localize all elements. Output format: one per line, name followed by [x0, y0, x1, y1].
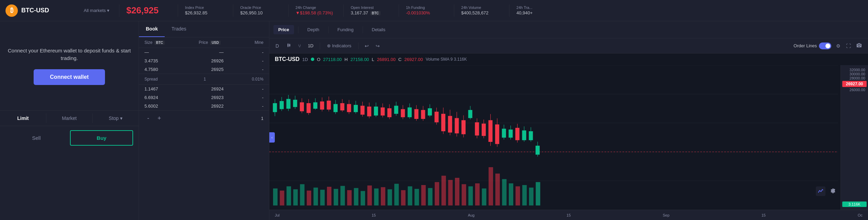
tab-stop-chevron-icon: ▾ — [120, 115, 122, 121]
chart-tab-divider-1 — [298, 26, 298, 33]
tradingview-logo — [816, 186, 825, 196]
book-trades-tabs: Book Trades — [139, 21, 269, 37]
order-lines-switch[interactable] — [819, 42, 831, 49]
svg-rect-29 — [388, 189, 392, 205]
svg-rect-38 — [448, 180, 453, 205]
markets-label: All markets — [84, 8, 106, 13]
stat-trades-label: 24h Tra... — [516, 5, 558, 10]
tab-funding[interactable]: Funding — [333, 25, 359, 34]
time-15c: 15 — [762, 213, 766, 217]
sell-button[interactable]: Sell — [5, 130, 67, 146]
stat-24h-change: 24h Change ▼$198.58 (0.73%) — [295, 5, 337, 15]
divider-7 — [454, 4, 454, 17]
ohlc-close-label: C — [398, 57, 401, 62]
chart-fullscreen-button[interactable]: ⛶ — [844, 42, 853, 50]
svg-rect-15 — [293, 189, 298, 205]
stat-24h-volume: 24h Volume $400,528,672 — [461, 5, 502, 15]
chart-settings-button[interactable]: ⚙ — [834, 42, 843, 50]
stat-volume-label: 24h Volume — [461, 5, 502, 10]
main-layout: Connect your Ethereum wallet to deposit … — [0, 21, 868, 220]
bid-row-2: 6.6924 26923 - — [139, 93, 269, 102]
divider-5 — [343, 4, 344, 17]
tab-details[interactable]: Details — [367, 25, 390, 34]
svg-rect-3 — [289, 44, 290, 46]
svg-rect-32 — [408, 186, 412, 206]
svg-rect-18 — [314, 187, 318, 205]
svg-rect-25 — [361, 191, 365, 205]
svg-rect-23 — [347, 190, 352, 206]
markets-chevron-icon: ▾ — [107, 8, 109, 13]
time-jul: Jul — [275, 213, 280, 217]
svg-rect-31 — [401, 190, 406, 206]
ask-row-2: 3.4735 26926 - — [139, 57, 269, 65]
btc-icon: ₿ — [5, 4, 18, 17]
chart-bottom-right-area — [816, 186, 837, 196]
price-32000: 32000.00 — [842, 68, 867, 72]
undo-button[interactable]: ↩ — [363, 42, 371, 50]
indicators-button[interactable]: ⊕ Indicators — [324, 42, 354, 50]
svg-rect-37 — [442, 176, 446, 206]
ask-price-1: — — [184, 50, 224, 55]
current-price-indicator: 26927.00 — [842, 81, 867, 87]
book-increment-button[interactable]: + — [155, 113, 164, 123]
chart-fork-icon[interactable]: ⑂ — [296, 42, 303, 50]
svg-rect-0 — [288, 44, 289, 47]
svg-rect-45 — [495, 174, 500, 206]
indicators-label: Indicators — [332, 43, 351, 48]
tab-price[interactable]: Price — [273, 25, 294, 34]
divider-3 — [233, 4, 233, 17]
chart-period-selector[interactable]: 1D — [306, 42, 316, 50]
svg-rect-27 — [374, 188, 378, 206]
svg-rect-47 — [509, 183, 513, 206]
ohlc-open-label: O — [317, 57, 320, 62]
svg-rect-41 — [468, 186, 473, 206]
spread-label: Spread — [144, 77, 158, 82]
stat-oi-label: Open Interest — [351, 5, 392, 10]
svg-rect-2 — [288, 47, 288, 47]
markets-selector[interactable]: All markets ▾ — [81, 7, 112, 14]
spread-row: Spread 1 0.01% — [139, 74, 269, 85]
order-lines-toggle: Order Lines — [794, 42, 831, 49]
svg-rect-30 — [394, 184, 399, 205]
ask-row-3: 4.7580 26925 - — [139, 65, 269, 74]
chart-draw-icon[interactable]: D — [273, 42, 281, 50]
chart-tab-bar: Price Depth Funding Details — [269, 21, 868, 38]
latest-vol-bar — [536, 182, 540, 205]
book-decrement-button[interactable]: - — [144, 113, 152, 123]
ask-size-1: — — [144, 50, 184, 55]
tab-limit[interactable]: Limit — [0, 111, 46, 126]
chart-scroll-arrow[interactable]: ‹ — [269, 132, 275, 143]
col-price: Price USD — [199, 40, 221, 45]
svg-rect-48 — [516, 186, 520, 206]
svg-rect-12 — [273, 188, 278, 206]
svg-rect-26 — [367, 185, 372, 205]
connect-wallet-button[interactable]: Connect wallet — [34, 69, 105, 85]
bid-mine-2: - — [224, 95, 264, 100]
chart-camera-button[interactable] — [854, 41, 864, 50]
redo-button[interactable]: ↪ — [374, 42, 382, 50]
tab-depth[interactable]: Depth — [303, 25, 324, 34]
bid-size-2: 6.6924 — [144, 95, 184, 100]
stat-index-value: $26,932.85 — [185, 10, 226, 15]
stat-funding-value: -0.001030% — [406, 10, 447, 15]
tab-trades[interactable]: Trades — [165, 21, 193, 37]
left-panel: Connect your Ethereum wallet to deposit … — [0, 21, 139, 220]
chart-canvas-area[interactable]: 32000.00 30000.00 28000.00 26927.00 2600… — [269, 65, 868, 210]
tab-stop[interactable]: Stop ▾ — [93, 111, 139, 126]
tab-market[interactable]: Market — [46, 111, 92, 126]
tab-stop-label: Stop — [109, 115, 119, 121]
svg-rect-44 — [489, 167, 493, 206]
svg-rect-46 — [502, 179, 506, 206]
buy-button[interactable]: Buy — [70, 130, 133, 146]
bid-size-1: 1.1467 — [144, 86, 184, 91]
svg-rect-42 — [475, 183, 480, 206]
stat-24h-change-label: 24h Change — [295, 5, 337, 10]
chart-candle-icon[interactable] — [284, 41, 293, 50]
stat-oi-value: 3,167.37 BTC — [351, 10, 392, 15]
chart-settings-gear-button[interactable] — [828, 187, 837, 196]
ask-mine-1: - — [224, 50, 264, 55]
svg-rect-33 — [414, 189, 419, 205]
svg-rect-49 — [522, 185, 527, 206]
tab-book[interactable]: Book — [139, 21, 165, 37]
chart-toolbar: D ⑂ 1D ⊕ Indicators ↩ ↪ — [269, 38, 868, 53]
